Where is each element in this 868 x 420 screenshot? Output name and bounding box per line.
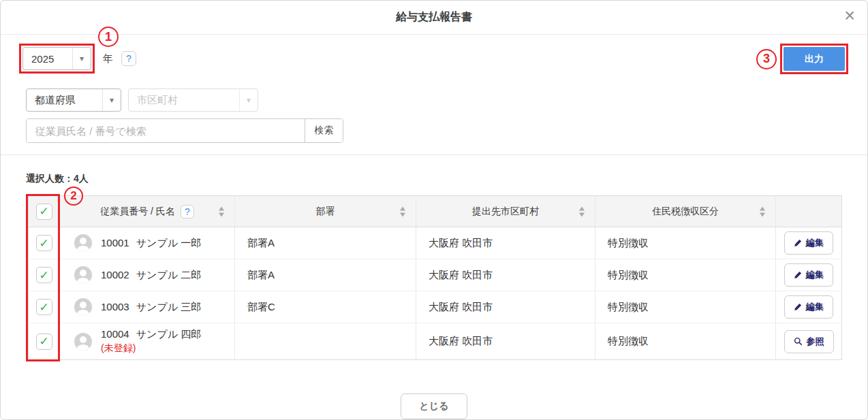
employee-cell: 10002サンプル 二郎 — [101, 269, 201, 282]
city-cell: 大阪府 吹田市 — [416, 323, 595, 360]
table-row: ✓ 10002サンプル 二郎 部署A 大阪府 吹田市 特別徴収 編集 — [29, 259, 842, 291]
employee-cell: 10003サンプル 三郎 — [101, 301, 201, 314]
pencil-icon — [794, 303, 802, 311]
header-tax-label: 住民税徴収区分 — [652, 206, 719, 218]
edit-button[interactable]: 編集 — [784, 231, 833, 255]
unregistered-note: (未登録) — [101, 342, 201, 355]
check-icon: ✓ — [39, 336, 48, 347]
dialog-title: 給与支払報告書 — [396, 10, 472, 25]
search-row: 検索 — [26, 118, 867, 143]
avatar — [74, 266, 92, 284]
header-actions — [776, 196, 842, 227]
sort-icon[interactable] — [760, 206, 765, 216]
header-department: 部署 — [235, 196, 416, 227]
row-checkbox[interactable]: ✓ — [36, 235, 52, 251]
help-icon[interactable]: ? — [181, 205, 194, 219]
tax-cell: 特別徴収 — [595, 227, 776, 259]
employee-number: 10003 — [101, 301, 129, 312]
section-divider — [1, 155, 867, 155]
annotation-rect-year: 2025 ▾ 1 — [19, 44, 95, 74]
header-city-label: 提出先市区町村 — [472, 206, 539, 218]
footer: とじる — [1, 393, 867, 419]
table-row: ✓ 10003サンプル 三郎 部署C 大阪府 吹田市 特別徴収 編集 — [29, 291, 842, 323]
header-department-label: 部署 — [316, 206, 335, 218]
row-checkbox[interactable]: ✓ — [36, 267, 52, 283]
city-cell: 大阪府 吹田市 — [416, 291, 595, 323]
year-label: 年 — [103, 52, 113, 65]
sort-icon[interactable] — [579, 206, 585, 216]
tax-cell: 特別徴収 — [595, 323, 776, 360]
employee-name: サンプル 一郎 — [136, 237, 202, 248]
search-input[interactable] — [27, 119, 305, 142]
header-employee-label: 従業員番号 / 氏名 — [100, 206, 175, 218]
avatar — [74, 234, 92, 252]
output-group: 3 出力 — [756, 44, 848, 74]
selected-count-label: 選択人数：4人 — [26, 173, 867, 185]
check-icon: ✓ — [39, 270, 48, 281]
check-icon: ✓ — [39, 238, 48, 249]
department-cell: 部署A — [235, 227, 416, 259]
avatar — [74, 298, 92, 316]
search-button[interactable]: 検索 — [305, 119, 343, 142]
sort-icon[interactable] — [400, 206, 405, 216]
employee-name: サンプル 四郎 — [136, 328, 202, 340]
year-select[interactable]: 2025 ▾ — [22, 47, 91, 70]
close-dialog-button[interactable]: とじる — [401, 393, 468, 419]
close-icon[interactable]: × — [844, 7, 855, 25]
output-button[interactable]: 出力 — [784, 47, 845, 71]
chevron-down-icon: ▾ — [72, 48, 91, 69]
table-row: ✓ 10004サンプル 四郎(未登録) 大阪府 吹田市 特別徴収 参照 — [29, 323, 842, 360]
city-select-disabled: 市区町村 ▾ — [128, 88, 258, 112]
department-cell: 部署A — [235, 259, 416, 291]
year-group: 2025 ▾ 1 年 ? — [19, 44, 136, 74]
chevron-down-icon: ▾ — [102, 89, 121, 111]
year-select-value: 2025 — [23, 48, 72, 69]
region-filter-row: 都道府県 ▾ 市区町村 ▾ — [26, 88, 867, 112]
check-icon: ✓ — [39, 302, 48, 313]
employee-name: サンプル 三郎 — [136, 301, 202, 312]
chevron-down-icon: ▾ — [239, 89, 258, 111]
header-employee: 従業員番号 / 氏名 ? — [60, 196, 235, 227]
employee-table-wrap: ✓ 従業員番号 / 氏名 ? 部署 — [28, 195, 840, 360]
sort-icon[interactable] — [219, 206, 224, 216]
search-box: 検索 — [26, 118, 343, 143]
title-bar: 給与支払報告書 × — [1, 1, 867, 35]
employee-number: 10001 — [101, 237, 129, 248]
department-cell — [235, 323, 416, 360]
employee-table: ✓ 従業員番号 / 氏名 ? 部署 — [28, 195, 842, 360]
magnifier-icon — [794, 337, 803, 346]
employee-name: サンプル 二郎 — [136, 269, 202, 280]
city-cell: 大阪府 吹田市 — [416, 259, 595, 291]
employee-cell: 10004サンプル 四郎(未登録) — [101, 328, 201, 355]
pencil-icon — [794, 239, 802, 247]
pencil-icon — [794, 271, 802, 279]
prefecture-select-value: 都道府県 — [27, 89, 102, 111]
city-cell: 大阪府 吹田市 — [416, 227, 595, 259]
tax-cell: 特別徴収 — [595, 291, 776, 323]
tax-cell: 特別徴収 — [595, 259, 776, 291]
row-checkbox[interactable]: ✓ — [36, 334, 52, 350]
edit-button[interactable]: 編集 — [784, 263, 833, 287]
header-tax: 住民税徴収区分 — [595, 196, 776, 227]
prefecture-select[interactable]: 都道府県 ▾ — [26, 88, 121, 112]
department-cell: 部署C — [235, 291, 416, 323]
city-select-placeholder: 市区町村 — [129, 89, 239, 111]
salary-report-dialog: 給与支払報告書 × 2025 ▾ 1 年 ? 3 出力 都道府県 — [0, 0, 868, 420]
row-checkbox[interactable]: ✓ — [36, 299, 52, 315]
view-button[interactable]: 参照 — [784, 330, 834, 353]
toolbar: 2025 ▾ 1 年 ? 3 出力 — [1, 35, 867, 74]
annotation-rect-output: 出力 — [780, 44, 848, 74]
help-icon[interactable]: ? — [121, 51, 136, 66]
select-all-checkbox[interactable]: ✓ — [36, 204, 52, 220]
annotation-circle-3: 3 — [756, 49, 777, 69]
employee-cell: 10001サンプル 一郎 — [101, 237, 201, 250]
table-row: ✓ 10001サンプル 一郎 部署A 大阪府 吹田市 特別徴収 編集 — [29, 227, 842, 259]
header-city: 提出先市区町村 — [416, 196, 595, 227]
avatar — [74, 333, 92, 351]
filters-section: 都道府県 ▾ 市区町村 ▾ 検索 — [1, 88, 867, 143]
check-icon: ✓ — [39, 206, 48, 217]
employee-number: 10002 — [101, 269, 129, 280]
employee-number: 10004 — [101, 328, 129, 340]
table-header-row: ✓ 従業員番号 / 氏名 ? 部署 — [29, 196, 842, 227]
edit-button[interactable]: 編集 — [784, 295, 833, 319]
